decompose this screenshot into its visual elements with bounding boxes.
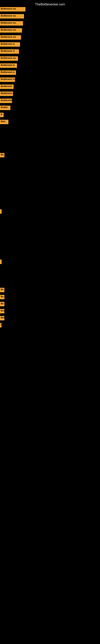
bar-1: Bottleneck res [0,14,24,18]
bar-12: Bottleneck r [0,92,13,96]
bar-9: Bottleneck re [0,70,16,75]
bar-16: Bott [0,120,8,124]
bar-5: Bottleneck re [0,42,20,47]
bar-2: Bottleneck res [0,21,23,26]
bar-25: B [0,323,1,328]
bar-10: Bottleneck re [0,78,15,82]
bar-0: Bottleneck res [0,7,25,12]
bar-19 [0,260,1,264]
bar-3: Bottleneck res [0,28,22,32]
bar-4: Bottleneck res [0,35,21,40]
bar-6: Bottleneck re [0,49,19,54]
bar-13: Bottleneck [0,98,12,103]
bar-23: Bot [0,309,4,313]
site-title: TheBottlenecker.com [35,1,65,8]
bar-21: Bo [0,295,4,299]
bar-20: Bo [0,288,4,292]
bar-14: Bottler [0,106,10,110]
bar-7: Bottleneck res [0,56,18,61]
bar-8: Bottleneck re [0,64,17,68]
bar-22: Bo [0,302,4,306]
bar-17: Bo [0,153,4,158]
y-axis-line [0,113,0,119]
bar-24: Bott [0,316,4,320]
bar-18 [0,209,1,214]
bar-11: Bottleneck [0,84,14,89]
bar-15: B [0,113,3,117]
